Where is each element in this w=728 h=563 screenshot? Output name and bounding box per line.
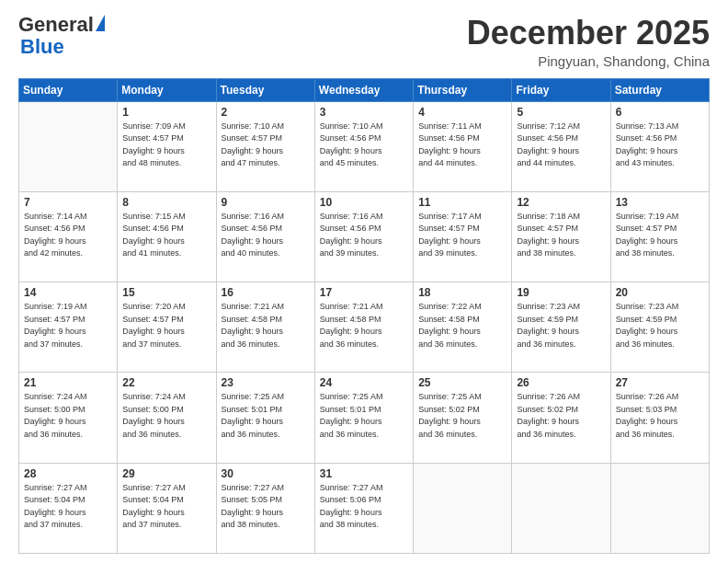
day-number: 17 [320, 286, 408, 299]
table-row: 2Sunrise: 7:10 AM Sunset: 4:57 PM Daylig… [216, 101, 314, 191]
table-row: 28Sunrise: 7:27 AM Sunset: 5:04 PM Dayli… [19, 463, 118, 553]
day-info: Sunrise: 7:25 AM Sunset: 5:01 PM Dayligh… [222, 391, 310, 441]
day-info: Sunrise: 7:14 AM Sunset: 4:56 PM Dayligh… [24, 211, 112, 260]
day-info: Sunrise: 7:27 AM Sunset: 5:04 PM Dayligh… [24, 482, 112, 532]
table-row: 16Sunrise: 7:21 AM Sunset: 4:58 PM Dayli… [216, 282, 314, 373]
table-row: 24Sunrise: 7:25 AM Sunset: 5:01 PM Dayli… [314, 373, 413, 463]
day-info: Sunrise: 7:10 AM Sunset: 4:57 PM Dayligh… [222, 121, 310, 170]
page: General Blue December 2025 Pingyuan, Sha… [0, 0, 728, 563]
day-number: 20 [616, 286, 704, 299]
title-block: December 2025 Pingyuan, Shandong, China [467, 15, 710, 69]
table-row: 18Sunrise: 7:22 AM Sunset: 4:58 PM Dayli… [414, 282, 512, 373]
day-info: Sunrise: 7:16 AM Sunset: 4:56 PM Dayligh… [320, 211, 408, 260]
calendar-table: Sunday Monday Tuesday Wednesday Thursday… [18, 78, 710, 554]
table-row: 27Sunrise: 7:26 AM Sunset: 5:03 PM Dayli… [610, 373, 709, 463]
table-row: 7Sunrise: 7:14 AM Sunset: 4:56 PM Daylig… [19, 191, 118, 282]
day-number: 27 [616, 376, 704, 389]
table-row: 13Sunrise: 7:19 AM Sunset: 4:57 PM Dayli… [610, 191, 709, 282]
day-info: Sunrise: 7:24 AM Sunset: 5:00 PM Dayligh… [122, 391, 210, 441]
table-row [19, 101, 118, 191]
calendar-week-row: 7Sunrise: 7:14 AM Sunset: 4:56 PM Daylig… [19, 191, 710, 282]
day-number: 25 [418, 376, 506, 389]
day-info: Sunrise: 7:20 AM Sunset: 4:57 PM Dayligh… [122, 301, 210, 350]
table-row: 29Sunrise: 7:27 AM Sunset: 5:04 PM Dayli… [118, 463, 216, 553]
table-row: 10Sunrise: 7:16 AM Sunset: 4:56 PM Dayli… [314, 191, 413, 282]
day-number: 3 [320, 106, 408, 119]
day-number: 12 [517, 196, 605, 209]
day-number: 31 [320, 467, 408, 480]
calendar-week-row: 28Sunrise: 7:27 AM Sunset: 5:04 PM Dayli… [19, 463, 710, 553]
day-number: 9 [222, 196, 310, 209]
day-number: 10 [320, 196, 408, 209]
logo: General Blue [18, 15, 105, 59]
day-info: Sunrise: 7:11 AM Sunset: 4:56 PM Dayligh… [418, 121, 506, 170]
day-number: 1 [122, 106, 210, 119]
day-info: Sunrise: 7:16 AM Sunset: 4:56 PM Dayligh… [222, 211, 310, 260]
day-number: 18 [418, 286, 506, 299]
table-row: 25Sunrise: 7:25 AM Sunset: 5:02 PM Dayli… [414, 373, 512, 463]
day-info: Sunrise: 7:13 AM Sunset: 4:56 PM Dayligh… [616, 121, 704, 170]
day-number: 16 [222, 286, 310, 299]
day-info: Sunrise: 7:26 AM Sunset: 5:02 PM Dayligh… [517, 391, 605, 441]
day-info: Sunrise: 7:12 AM Sunset: 4:56 PM Dayligh… [517, 121, 605, 170]
day-number: 2 [222, 106, 310, 119]
table-row [414, 463, 512, 553]
table-row: 26Sunrise: 7:26 AM Sunset: 5:02 PM Dayli… [512, 373, 610, 463]
day-info: Sunrise: 7:21 AM Sunset: 4:58 PM Dayligh… [320, 301, 408, 350]
day-info: Sunrise: 7:27 AM Sunset: 5:06 PM Dayligh… [320, 482, 408, 532]
col-tuesday: Tuesday [216, 78, 314, 101]
logo-text: General [18, 15, 105, 35]
calendar-week-row: 21Sunrise: 7:24 AM Sunset: 5:00 PM Dayli… [19, 373, 710, 463]
col-sunday: Sunday [19, 78, 118, 101]
table-row: 21Sunrise: 7:24 AM Sunset: 5:00 PM Dayli… [19, 373, 118, 463]
table-row: 5Sunrise: 7:12 AM Sunset: 4:56 PM Daylig… [512, 101, 610, 191]
table-row: 31Sunrise: 7:27 AM Sunset: 5:06 PM Dayli… [314, 463, 413, 553]
table-row: 11Sunrise: 7:17 AM Sunset: 4:57 PM Dayli… [414, 191, 512, 282]
table-row: 17Sunrise: 7:21 AM Sunset: 4:58 PM Dayli… [314, 282, 413, 373]
day-info: Sunrise: 7:17 AM Sunset: 4:57 PM Dayligh… [418, 211, 506, 260]
day-number: 14 [24, 286, 112, 299]
day-info: Sunrise: 7:23 AM Sunset: 4:59 PM Dayligh… [517, 301, 605, 350]
day-number: 24 [320, 376, 408, 389]
day-info: Sunrise: 7:27 AM Sunset: 5:05 PM Dayligh… [222, 482, 310, 532]
day-number: 21 [24, 376, 112, 389]
day-info: Sunrise: 7:22 AM Sunset: 4:58 PM Dayligh… [418, 301, 506, 350]
day-info: Sunrise: 7:25 AM Sunset: 5:01 PM Dayligh… [320, 391, 408, 441]
table-row: 8Sunrise: 7:15 AM Sunset: 4:56 PM Daylig… [118, 191, 216, 282]
month-title: December 2025 [467, 15, 710, 52]
col-saturday: Saturday [610, 78, 709, 101]
day-number: 13 [616, 196, 704, 209]
location: Pingyuan, Shandong, China [467, 53, 710, 69]
day-number: 22 [122, 376, 210, 389]
calendar-week-row: 14Sunrise: 7:19 AM Sunset: 4:57 PM Dayli… [19, 282, 710, 373]
day-number: 7 [24, 196, 112, 209]
table-row: 12Sunrise: 7:18 AM Sunset: 4:57 PM Dayli… [512, 191, 610, 282]
day-info: Sunrise: 7:09 AM Sunset: 4:57 PM Dayligh… [122, 121, 210, 170]
day-number: 19 [517, 286, 605, 299]
table-row: 6Sunrise: 7:13 AM Sunset: 4:56 PM Daylig… [610, 101, 709, 191]
table-row: 20Sunrise: 7:23 AM Sunset: 4:59 PM Dayli… [610, 282, 709, 373]
day-info: Sunrise: 7:19 AM Sunset: 4:57 PM Dayligh… [24, 301, 112, 350]
day-number: 5 [517, 106, 605, 119]
day-number: 8 [122, 196, 210, 209]
day-number: 28 [24, 467, 112, 480]
day-info: Sunrise: 7:27 AM Sunset: 5:04 PM Dayligh… [122, 482, 210, 532]
day-number: 15 [122, 286, 210, 299]
day-info: Sunrise: 7:18 AM Sunset: 4:57 PM Dayligh… [517, 211, 605, 260]
day-info: Sunrise: 7:21 AM Sunset: 4:58 PM Dayligh… [222, 301, 310, 350]
day-number: 11 [418, 196, 506, 209]
col-monday: Monday [118, 78, 216, 101]
logo-triangle-icon [96, 15, 105, 31]
table-row: 3Sunrise: 7:10 AM Sunset: 4:56 PM Daylig… [314, 101, 413, 191]
header: General Blue December 2025 Pingyuan, Sha… [18, 15, 710, 69]
day-info: Sunrise: 7:24 AM Sunset: 5:00 PM Dayligh… [24, 391, 112, 441]
day-info: Sunrise: 7:25 AM Sunset: 5:02 PM Dayligh… [418, 391, 506, 441]
calendar-header-row: Sunday Monday Tuesday Wednesday Thursday… [19, 78, 710, 101]
table-row: 19Sunrise: 7:23 AM Sunset: 4:59 PM Dayli… [512, 282, 610, 373]
day-number: 30 [222, 467, 310, 480]
table-row: 4Sunrise: 7:11 AM Sunset: 4:56 PM Daylig… [414, 101, 512, 191]
day-number: 26 [517, 376, 605, 389]
day-info: Sunrise: 7:15 AM Sunset: 4:56 PM Dayligh… [122, 211, 210, 260]
table-row: 14Sunrise: 7:19 AM Sunset: 4:57 PM Dayli… [19, 282, 118, 373]
logo-blue: Blue [20, 35, 64, 59]
